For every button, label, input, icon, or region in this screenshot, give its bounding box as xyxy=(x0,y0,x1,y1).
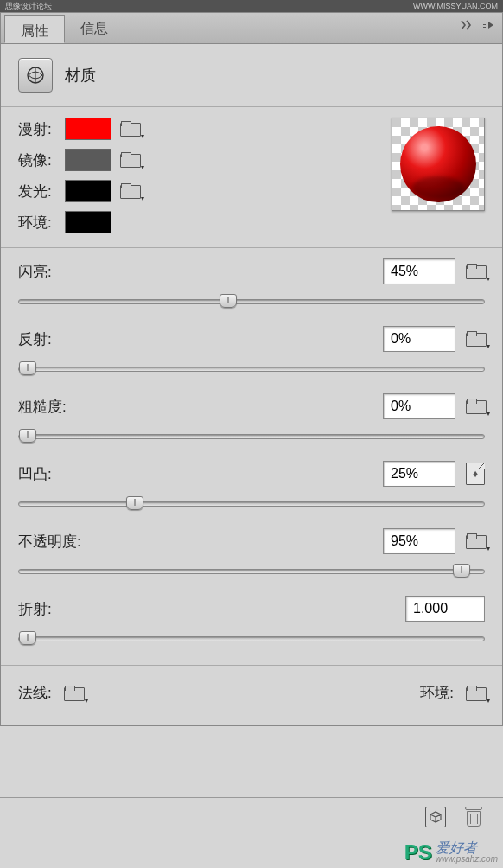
roughness-label: 粗糙度: xyxy=(18,397,67,417)
diffuse-swatch[interactable] xyxy=(65,118,111,140)
normal-label: 法线: xyxy=(18,683,52,703)
refraction-input[interactable] xyxy=(405,596,485,622)
ambient-row: 环境: xyxy=(18,211,139,233)
tab-bar: 属性 信息 xyxy=(1,13,502,44)
shine-label: 闪亮: xyxy=(18,262,52,282)
environment-label: 环境: xyxy=(420,683,454,703)
topbar-left: 思缘设计论坛 xyxy=(5,1,52,12)
normal-folder-icon[interactable]: ▾ xyxy=(64,686,83,701)
refraction-label: 折射: xyxy=(18,599,52,619)
roughness-slider[interactable] xyxy=(18,428,485,444)
svg-rect-1 xyxy=(483,24,486,25)
svg-rect-0 xyxy=(483,22,486,22)
specular-label: 镜像: xyxy=(18,150,56,170)
trash-icon[interactable] xyxy=(465,807,482,827)
glow-folder-icon[interactable]: ▾ xyxy=(120,183,139,199)
shine-input[interactable] xyxy=(383,258,455,284)
material-preview xyxy=(392,118,485,211)
tab-properties[interactable]: 属性 xyxy=(4,15,65,43)
opacity-input[interactable] xyxy=(383,528,455,554)
glow-label: 发光: xyxy=(18,182,56,201)
refraction-slider-block: 折射: xyxy=(18,596,485,646)
roughness-folder-icon[interactable]: ▾ xyxy=(466,399,485,414)
watermark-url: www.psahz.com xyxy=(436,855,498,864)
reflection-slider-block: 反射: ▾ xyxy=(18,326,485,376)
properties-panel: 属性 信息 材质 漫射: ▾ xyxy=(0,12,503,726)
svg-rect-2 xyxy=(483,27,486,28)
collapse-icon[interactable] xyxy=(461,20,476,30)
panel-bottom-bar xyxy=(0,797,503,835)
tab-info[interactable]: 信息 xyxy=(65,13,124,43)
opacity-label: 不透明度: xyxy=(18,532,81,552)
panel-header: 材质 xyxy=(1,44,502,106)
watermark-brand: PS xyxy=(404,840,432,865)
watermark-text: 爱好者 xyxy=(436,841,498,855)
new-material-icon[interactable] xyxy=(425,807,446,827)
diffuse-label: 漫射: xyxy=(18,119,56,139)
bump-input[interactable] xyxy=(383,461,455,487)
shine-slider-block: 闪亮: ▾ xyxy=(18,258,485,309)
reflection-label: 反射: xyxy=(18,329,52,349)
glow-swatch[interactable] xyxy=(65,180,111,202)
panel-title: 材质 xyxy=(65,65,96,86)
bump-slider[interactable] xyxy=(18,495,485,511)
top-watermark: 思缘设计论坛 WWW.MISSYUAN.COM xyxy=(0,0,503,12)
normal-env-row: 法线: ▾ 环境: ▾ xyxy=(1,665,502,725)
panel-menu-icon[interactable] xyxy=(483,20,497,30)
topbar-right: WWW.MISSYUAN.COM xyxy=(413,2,498,10)
shine-folder-icon[interactable]: ▾ xyxy=(466,264,485,279)
reflection-slider[interactable] xyxy=(18,361,485,376)
ambient-label: 环境: xyxy=(18,213,56,233)
preview-sphere xyxy=(400,126,476,202)
color-section: 漫射: ▾ 镜像: ▾ 发光: ▾ 环境: xyxy=(1,106,502,247)
bump-texture-icon[interactable]: ♦ xyxy=(466,463,485,485)
specular-row: 镜像: ▾ xyxy=(18,149,139,171)
opacity-slider-block: 不透明度: ▾ xyxy=(18,528,485,578)
opacity-folder-icon[interactable]: ▾ xyxy=(466,533,485,549)
watermark: PS 爱好者 www.psahz.com xyxy=(404,840,498,865)
environment-folder-icon[interactable]: ▾ xyxy=(466,686,485,701)
roughness-slider-block: 粗糙度: ▾ xyxy=(18,393,485,444)
slider-section: 闪亮: ▾ 反射: ▾ xyxy=(1,247,502,665)
specular-swatch[interactable] xyxy=(65,149,111,171)
material-icon xyxy=(25,65,46,86)
material-icon-button[interactable] xyxy=(18,58,53,93)
roughness-input[interactable] xyxy=(383,393,455,419)
diffuse-folder-icon[interactable]: ▾ xyxy=(120,121,139,137)
glow-row: 发光: ▾ xyxy=(18,180,139,202)
bump-slider-block: 凹凸: ♦ xyxy=(18,461,485,511)
reflection-input[interactable] xyxy=(383,326,455,352)
diffuse-row: 漫射: ▾ xyxy=(18,118,139,140)
bump-label: 凹凸: xyxy=(18,464,52,484)
refraction-slider[interactable] xyxy=(18,630,485,646)
ambient-swatch[interactable] xyxy=(65,211,111,233)
specular-folder-icon[interactable]: ▾ xyxy=(120,152,139,168)
opacity-slider[interactable] xyxy=(18,563,485,578)
shine-slider[interactable] xyxy=(18,293,485,309)
reflection-folder-icon[interactable]: ▾ xyxy=(466,331,485,347)
